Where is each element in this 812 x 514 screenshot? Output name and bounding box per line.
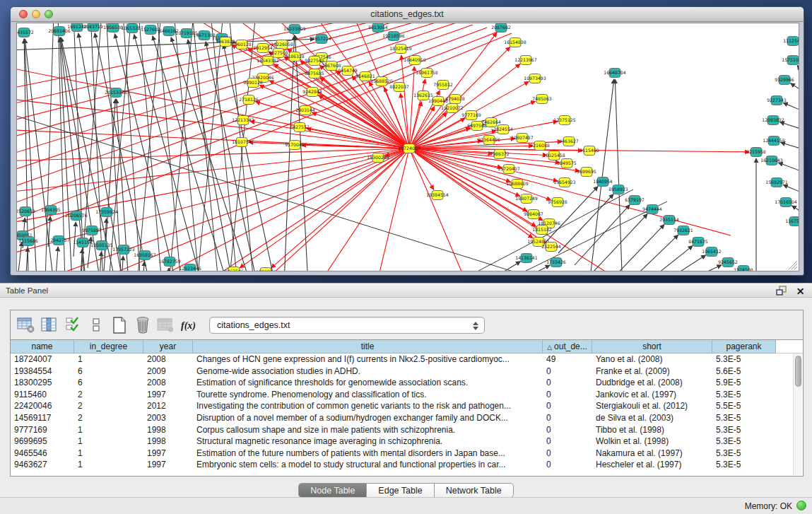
graph-node[interactable]: 13505135 <box>90 241 113 250</box>
close-icon[interactable]: ✕ <box>794 285 806 297</box>
table-scrollbar[interactable] <box>793 354 802 475</box>
graph-node[interactable]: 1167538 <box>785 217 799 226</box>
table-cell[interactable]: Embryonic stem cells: a model to study s… <box>193 459 543 471</box>
edge[interactable] <box>626 235 678 271</box>
graph-node[interactable]: 6794028 <box>445 95 465 104</box>
table-cell[interactable]: 5.6E-5 <box>712 366 776 378</box>
table-cell[interactable]: Disruption of a novel member of a sodium… <box>193 412 543 424</box>
graph-node[interactable]: 16958167 <box>134 251 156 260</box>
graph-node[interactable]: 8427552 <box>290 123 310 132</box>
table-cell[interactable]: 9463627 <box>11 459 74 471</box>
table-cell[interactable]: Nakamura et al. (1997) <box>592 448 712 460</box>
table-cell[interactable]: 0 <box>543 448 592 460</box>
table-cell[interactable]: Structural magnetic resonance image aver… <box>193 436 543 448</box>
graph-node[interactable]: 10688609 <box>506 180 529 189</box>
table-cell[interactable]: 1997 <box>143 459 193 471</box>
table-cell[interactable]: 5.5E-5 <box>712 400 776 412</box>
network-canvas[interactable]: 9435572206914061691248204371919565381065… <box>16 23 799 271</box>
row-height-icon[interactable] <box>86 315 106 335</box>
table-row[interactable]: 911546021997Tourette syndrome. Phenomeno… <box>11 389 803 401</box>
graph-node[interactable]: 7955812 <box>433 81 453 90</box>
table-cell[interactable]: 2 <box>74 400 143 412</box>
edge[interactable] <box>100 252 101 271</box>
table-cell[interactable]: 1997 <box>143 448 193 460</box>
graph-node[interactable]: 2520659 <box>17 207 35 216</box>
table-cell[interactable]: Estimation of significance thresholds fo… <box>193 377 543 389</box>
graph-node[interactable]: 12213343 <box>232 116 254 125</box>
graph-node[interactable]: 1815182 <box>532 226 552 235</box>
table-row[interactable]: 1456911722003Disruption of a novel membe… <box>11 412 803 424</box>
select-rows-icon[interactable] <box>63 315 83 335</box>
column-header-title[interactable]: title <box>193 340 543 354</box>
table-cell[interactable]: 1 <box>74 354 143 366</box>
graph-node[interactable]: 9170042 <box>285 141 305 150</box>
graph-node[interactable]: 16210643 <box>760 156 783 165</box>
graph-node[interactable]: 10025458 <box>543 151 565 160</box>
graph-node[interactable]: 1112540 <box>783 37 799 46</box>
table-cell[interactable]: 0 <box>543 366 592 378</box>
graph-node[interactable]: 1527602 <box>141 25 160 35</box>
table-cell[interactable]: 5.3E-5 <box>712 389 776 401</box>
network-view-window[interactable]: citations_edges.txt 94355722069140616912… <box>10 6 804 276</box>
edge[interactable] <box>642 246 693 271</box>
table-cell[interactable]: Hescheler et al. (1997) <box>592 459 712 471</box>
table-cell[interactable]: 5.3E-5 <box>712 354 776 366</box>
graph-node[interactable]: 17016504 <box>775 198 797 207</box>
graph-node[interactable]: 8958923 <box>608 185 628 194</box>
graph-node[interactable]: 1145194 <box>73 238 93 247</box>
table-cell[interactable]: 1 <box>74 459 143 471</box>
table-row[interactable]: 946362711997Embryonic stem cells: a mode… <box>11 459 803 471</box>
graph-node[interactable]: 10807487 <box>511 134 534 143</box>
edge[interactable] <box>480 201 667 271</box>
graph-node[interactable]: 18325419 <box>389 45 412 54</box>
graph-node[interactable]: 8454749 <box>338 66 358 76</box>
graph-node[interactable]: 1810754 <box>232 138 252 147</box>
table-cell[interactable]: 0 <box>543 412 592 424</box>
graph-node[interactable]: 19384554 <box>426 191 449 200</box>
table-cell[interactable]: 49 <box>543 354 592 366</box>
table-cell[interactable]: Yano et al. (2008) <box>592 354 712 366</box>
table-cell[interactable]: Changes of HCN gene expression and I(f) … <box>193 354 543 366</box>
graph-node[interactable]: 2522544 <box>541 243 561 252</box>
table-cell[interactable]: 1998 <box>143 436 193 448</box>
edge[interactable] <box>409 107 435 148</box>
graph-node[interactable]: 12942757 <box>47 236 70 245</box>
graph-node[interactable]: 9699695 <box>577 168 596 177</box>
table-cell[interactable]: 1998 <box>143 424 193 436</box>
graph-node[interactable]: 12093832 <box>762 116 784 125</box>
edge[interactable] <box>792 206 799 213</box>
table-cell[interactable]: 2008 <box>143 377 193 389</box>
table-cell[interactable]: 19384554 <box>11 366 74 378</box>
graph-node[interactable]: 16154838 <box>504 38 526 47</box>
graph-node[interactable]: 8471675 <box>688 238 708 247</box>
graph-node[interactable]: 19654923 <box>553 178 576 187</box>
window-titlebar[interactable]: citations_edges.txt <box>11 7 804 22</box>
table-row[interactable]: 946554611997Estimation of the future num… <box>11 448 803 460</box>
table-cell[interactable]: Stergiakouli et al. (2012) <box>592 400 712 412</box>
graph-node[interactable]: 1956538 <box>103 23 123 33</box>
table-cell[interactable]: 5.3E-5 <box>712 436 776 448</box>
edge[interactable] <box>18 242 22 271</box>
graph-node[interactable]: 12213967 <box>514 56 537 65</box>
graph-node[interactable]: 16648784 <box>604 69 626 78</box>
table-row[interactable]: 969969511998Structural magnetic resonanc… <box>11 436 803 448</box>
table-cell[interactable]: Investigating the contribution of common… <box>193 400 543 412</box>
table-cell[interactable]: 0 <box>543 436 592 448</box>
table-cell[interactable]: 9465546 <box>11 448 74 460</box>
graph-node[interactable]: 7485063 <box>532 95 552 104</box>
table-cell[interactable]: Corpus callosum shape and size in male p… <box>193 424 543 436</box>
edge[interactable] <box>143 262 144 271</box>
table-scrollbar-thumb[interactable] <box>795 356 801 387</box>
table-cell[interactable]: de Silva et al. (2003) <box>592 412 712 424</box>
edge[interactable] <box>377 148 409 271</box>
table-row[interactable]: 977716911998Corpus callosum shape and si… <box>11 424 803 436</box>
table-cell[interactable]: 2 <box>74 389 143 401</box>
table-cell[interactable]: 1997 <box>143 389 193 401</box>
table-cell[interactable]: 9777169 <box>11 424 74 436</box>
table-cell[interactable]: Genome-wide association studies in ADHD. <box>193 366 543 378</box>
graph-node[interactable]: 15751074 <box>782 56 799 65</box>
table-row[interactable]: 1872400712008Changes of HCN gene express… <box>11 354 803 366</box>
edge[interactable] <box>485 262 520 271</box>
table-cell[interactable]: 0 <box>543 400 592 412</box>
graph-node[interactable]: 10973493 <box>524 74 546 83</box>
